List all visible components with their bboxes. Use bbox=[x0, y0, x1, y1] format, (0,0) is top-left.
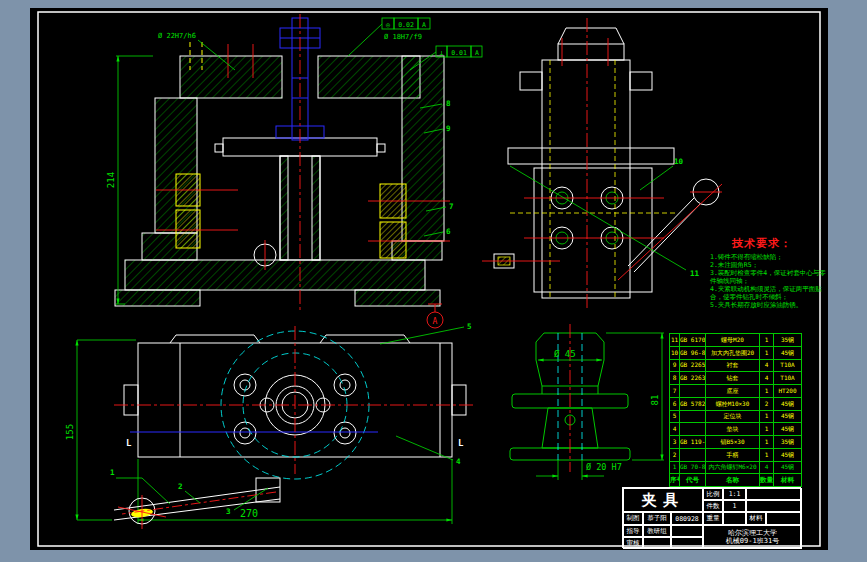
blank-cell bbox=[723, 512, 746, 525]
parts-list-table: 11GB 6170-86螺母M20135钢 10GB 96-85加大内孔垫圈20… bbox=[669, 333, 802, 487]
table-row: 1GB 70-85内六角螺钉M6×20445钢 bbox=[670, 461, 802, 474]
tech-req-line: 3.装配时检查零件4，保证衬套中心与零件轴线同轴； bbox=[710, 269, 832, 285]
gdt1-symbol: ◎ bbox=[386, 21, 390, 29]
gdt2-symbol: ⊥ bbox=[440, 49, 444, 57]
cad-viewer: { "drawing": { "type": "assembly-drawing… bbox=[0, 0, 867, 562]
datum-a-label: A bbox=[433, 317, 438, 326]
guide-name: 教研组 bbox=[643, 525, 671, 537]
table-header-row: 序号代号名称数量材料 bbox=[670, 474, 802, 487]
blank-cell bbox=[746, 488, 802, 500]
tech-req-line: 2.未注圆角R5； bbox=[710, 261, 832, 269]
callout-2: 2 bbox=[178, 482, 183, 491]
table-row: 7底座1HT200 bbox=[670, 385, 802, 398]
scale-value: 1:1 bbox=[723, 488, 746, 500]
dim-detail-bore: Ø 20 H7 bbox=[586, 462, 622, 472]
drawing-title: 夹具 bbox=[623, 488, 703, 512]
tech-req-line: 4.夹紧联动机构须灵活，保证两平面贴合，使零件钻孔时不倾斜； bbox=[710, 285, 832, 301]
callout-9: 9 bbox=[446, 124, 451, 133]
gdt2-datum: A bbox=[475, 49, 479, 57]
table-row: 3GB 119-86销B5×30135钢 bbox=[670, 436, 802, 449]
table-row: 9GB 2265-80衬套4T10A bbox=[670, 359, 802, 372]
material-label: 材料 bbox=[746, 512, 766, 525]
blank-cell bbox=[643, 537, 671, 549]
callout-6: 6 bbox=[446, 227, 451, 236]
callout-7: 7 bbox=[449, 202, 454, 211]
gdt1-value: 0.02 bbox=[398, 21, 414, 29]
callout-10: 10 bbox=[674, 157, 684, 166]
blank-cell bbox=[766, 512, 802, 525]
bushings bbox=[176, 174, 406, 258]
callout-3: 3 bbox=[226, 507, 231, 516]
dim-detail-dia: Ø 45 bbox=[554, 349, 576, 359]
blank-cell bbox=[746, 500, 802, 512]
blank-cell bbox=[671, 525, 703, 537]
plan-view: L L A 5 4 155 270 bbox=[65, 304, 476, 524]
fit-label-left: Ø 22H7/h6 bbox=[158, 32, 196, 40]
blank-cell bbox=[671, 537, 703, 549]
dim-plan-height: 155 bbox=[65, 424, 75, 440]
section-mark-left: L bbox=[126, 438, 132, 448]
section-mark-right: L bbox=[458, 438, 464, 448]
qty-label: 件数 bbox=[703, 500, 723, 512]
draw-date: 080928 bbox=[671, 512, 703, 525]
school-name: 哈尔滨理工大学 bbox=[728, 529, 777, 537]
side-view: 10 11 bbox=[482, 18, 722, 308]
tech-req-title: 技术要求： bbox=[732, 236, 832, 251]
gdt1-datum: A bbox=[422, 21, 426, 29]
draw-label: 制图 bbox=[623, 512, 643, 525]
gdt2-value: 0.01 bbox=[451, 49, 467, 57]
tech-req-line: 1.铸件不得有缩松缺陷； bbox=[710, 253, 832, 261]
qty-value: 1 bbox=[723, 500, 746, 512]
table-row: 5定位块145钢 bbox=[670, 410, 802, 423]
dim-main-height: 214 bbox=[106, 172, 116, 188]
callout-11: 11 bbox=[690, 269, 700, 278]
table-row: 8GB 2263-80钻套4T10A bbox=[670, 372, 802, 385]
school-cell: 哈尔滨理工大学 机械09-1班31号 bbox=[703, 525, 802, 549]
callout-1: 1 bbox=[110, 468, 115, 477]
table-row: 10GB 96-85加大内孔垫圈20145钢 bbox=[670, 346, 802, 359]
drawing-sheet[interactable]: 214 Ø 22H7/h6 Ø 18H7/f9 ◎ 0.02 A ⊥ 0.01 … bbox=[30, 8, 828, 550]
table-row: 4垫块145钢 bbox=[670, 423, 802, 436]
table-row: 6GB 5782-86螺栓M10×30245钢 bbox=[670, 397, 802, 410]
main-section-view: 214 Ø 22H7/h6 Ø 18H7/f9 ◎ 0.02 A ⊥ 0.01 … bbox=[106, 14, 482, 313]
technical-requirements: 技术要求： 1.铸件不得有缩松缺陷； 2.未注圆角R5； 3.装配时检查零件4，… bbox=[710, 236, 832, 309]
class-number: 机械09-1班31号 bbox=[726, 537, 779, 545]
callout-5: 5 bbox=[467, 322, 472, 331]
dim-detail-height: 81 bbox=[650, 395, 660, 406]
weight-label: 重量 bbox=[703, 512, 723, 525]
title-block: 夹具 比例 1:1 件数 1 制图 慕子阳 080928 重量 材料 指导 教研… bbox=[622, 487, 801, 548]
tech-req-line: 5.夹具长期存放时应涂油防锈。 bbox=[710, 301, 832, 309]
scale-label: 比例 bbox=[703, 488, 723, 500]
table-row: 11GB 6170-86螺母M20135钢 bbox=[670, 334, 802, 347]
guide-label: 指导 bbox=[623, 525, 643, 537]
callout-8: 8 bbox=[446, 99, 451, 108]
dim-plan-width: 270 bbox=[240, 508, 258, 519]
table-row: 2手柄145钢 bbox=[670, 448, 802, 461]
callout-4: 4 bbox=[456, 457, 461, 466]
detail-part-view: Ø 45 81 Ø 20 H7 bbox=[510, 324, 664, 480]
draw-name: 慕子阳 bbox=[643, 512, 671, 525]
fit-label-center: Ø 18H7/f9 bbox=[384, 33, 422, 41]
check-label: 审核 bbox=[623, 537, 643, 549]
